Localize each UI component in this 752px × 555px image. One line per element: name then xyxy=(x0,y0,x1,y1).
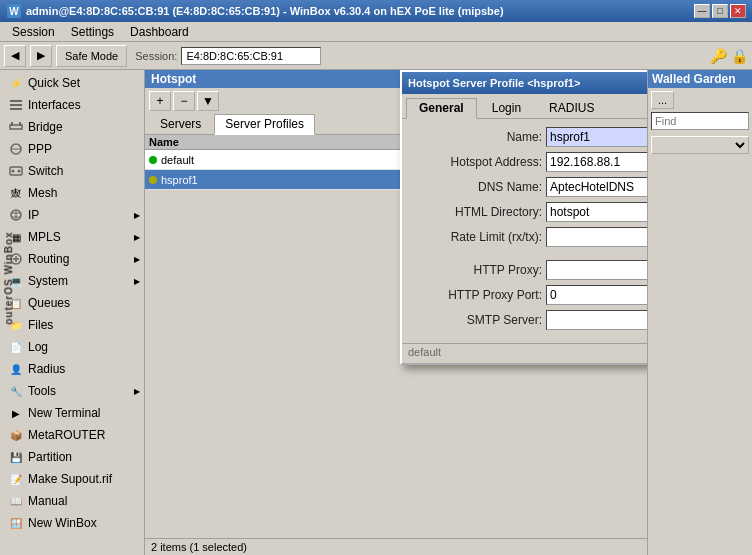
main-layout: ⚡ Quick Set Interfaces Bridge PPP Swit xyxy=(0,70,752,555)
sidebar-item-ppp[interactable]: PPP xyxy=(0,138,144,160)
sidebar-arrow: ▶ xyxy=(134,255,140,264)
sidebar-item-partition[interactable]: 💾 Partition xyxy=(0,446,144,468)
sidebar-item-label: Quick Set xyxy=(28,76,80,90)
find-input[interactable] xyxy=(655,115,745,127)
ppp-icon xyxy=(8,141,24,157)
forward-button[interactable]: ▶ xyxy=(30,45,52,67)
sidebar-item-routing[interactable]: Routing ▶ xyxy=(0,248,144,270)
dialog-title-text: Hotspot Server Profile <hsprof1> xyxy=(408,77,580,89)
mesh-icon: 🕸 xyxy=(8,185,24,201)
sidebar: ⚡ Quick Set Interfaces Bridge PPP Swit xyxy=(0,70,145,555)
hotspot-add-button[interactable]: + xyxy=(149,91,171,111)
menu-dashboard[interactable]: Dashboard xyxy=(122,23,197,41)
sidebar-item-ip[interactable]: IP ▶ xyxy=(0,204,144,226)
menu-session[interactable]: Session xyxy=(4,23,63,41)
sidebar-item-label: Make Supout.rif xyxy=(28,472,112,486)
window-controls: — □ ✕ xyxy=(694,4,746,18)
toolbar-right: 🔑 🔒 xyxy=(710,48,748,64)
find-box xyxy=(651,112,749,130)
quick-set-icon: ⚡ xyxy=(8,75,24,91)
close-button[interactable]: ✕ xyxy=(730,4,746,18)
sidebar-item-label: MPLS xyxy=(28,230,61,244)
sidebar-item-log[interactable]: 📄 Log xyxy=(0,336,144,358)
maximize-button[interactable]: □ xyxy=(712,4,728,18)
content-area: Hotspot + − ▼ Servers Server Profiles Na… xyxy=(145,70,752,555)
sidebar-item-new-terminal[interactable]: ▶ New Terminal xyxy=(0,402,144,424)
dns-name-label: DNS Name: xyxy=(412,180,542,194)
sidebar-item-label: Log xyxy=(28,340,48,354)
row-name: hsprof1 xyxy=(161,174,198,186)
row-name: default xyxy=(161,154,194,166)
terminal-icon: ▶ xyxy=(8,405,24,421)
ip-icon xyxy=(8,207,24,223)
sidebar-item-label: Routing xyxy=(28,252,69,266)
sidebar-item-label: Mesh xyxy=(28,186,57,200)
tab-server-profiles[interactable]: Server Profiles xyxy=(214,114,315,135)
session-input[interactable] xyxy=(181,47,321,65)
hotspot-filter-button[interactable]: ▼ xyxy=(197,91,219,111)
sidebar-item-queues[interactable]: 📋 Queues xyxy=(0,292,144,314)
sidebar-item-switch[interactable]: Switch xyxy=(0,160,144,182)
sidebar-item-mesh[interactable]: 🕸 Mesh xyxy=(0,182,144,204)
walled-garden-more-button[interactable]: ... xyxy=(651,91,674,109)
new-winbox-icon: 🪟 xyxy=(8,515,24,531)
tab-servers[interactable]: Servers xyxy=(149,114,212,134)
safe-mode-button[interactable]: Safe Mode xyxy=(56,45,127,67)
hotspot-remove-button[interactable]: − xyxy=(173,91,195,111)
tab-login[interactable]: Login xyxy=(479,98,534,118)
sidebar-arrow: ▶ xyxy=(134,233,140,242)
sidebar-item-label: IP xyxy=(28,208,39,222)
back-button[interactable]: ◀ xyxy=(4,45,26,67)
sidebar-item-mpls[interactable]: ▦ MPLS ▶ xyxy=(0,226,144,248)
smtp-server-label: SMTP Server: xyxy=(412,313,542,327)
bridge-icon xyxy=(8,119,24,135)
rate-limit-label: Rate Limit (rx/tx): xyxy=(412,230,542,244)
svg-rect-3 xyxy=(10,104,22,106)
svg-rect-2 xyxy=(10,100,22,102)
walled-garden-panel: Walled Garden ... xyxy=(647,70,752,555)
sidebar-item-new-winbox[interactable]: 🪟 New WinBox xyxy=(0,512,144,534)
title-bar-left: W admin@E4:8D:8C:65:CB:91 (E4:8D:8C:65:C… xyxy=(6,3,504,19)
tab-radius[interactable]: RADIUS xyxy=(536,98,607,118)
sidebar-item-label: Switch xyxy=(28,164,63,178)
sidebar-item-manual[interactable]: 📖 Manual xyxy=(0,490,144,512)
menu-settings[interactable]: Settings xyxy=(63,23,122,41)
menu-bar: Session Settings Dashboard xyxy=(0,22,752,42)
sidebar-item-label: New Terminal xyxy=(28,406,100,420)
sidebar-item-quick-set[interactable]: ⚡ Quick Set xyxy=(0,72,144,94)
svg-point-11 xyxy=(12,170,15,173)
svg-rect-4 xyxy=(10,108,22,110)
name-label: Name: xyxy=(412,130,542,144)
sidebar-item-label: Manual xyxy=(28,494,67,508)
hotspot-address-label: Hotspot Address: xyxy=(412,155,542,169)
sidebar-item-label: PPP xyxy=(28,142,52,156)
sidebar-item-label: System xyxy=(28,274,68,288)
tab-general[interactable]: General xyxy=(406,98,477,119)
sidebar-item-label: Files xyxy=(28,318,53,332)
sidebar-item-label: Partition xyxy=(28,450,72,464)
walled-garden-select[interactable] xyxy=(651,136,749,154)
sidebar-item-label: Interfaces xyxy=(28,98,81,112)
sidebar-item-make-supout[interactable]: 📝 Make Supout.rif xyxy=(0,468,144,490)
sidebar-item-label: New WinBox xyxy=(28,516,97,530)
meta-router-icon: 📦 xyxy=(8,427,24,443)
sidebar-item-label: Bridge xyxy=(28,120,63,134)
sidebar-item-label: Queues xyxy=(28,296,70,310)
sidebar-item-bridge[interactable]: Bridge xyxy=(0,116,144,138)
tools-icon: 🔧 xyxy=(8,383,24,399)
sidebar-item-tools[interactable]: 🔧 Tools ▶ xyxy=(0,380,144,402)
sidebar-item-meta-router[interactable]: 📦 MetaROUTER xyxy=(0,424,144,446)
sidebar-item-files[interactable]: 📁 Files xyxy=(0,314,144,336)
svg-rect-7 xyxy=(19,122,21,126)
sidebar-arrow: ▶ xyxy=(134,387,140,396)
status-indicator xyxy=(149,176,157,184)
sidebar-item-interfaces[interactable]: Interfaces xyxy=(0,94,144,116)
sidebar-item-system[interactable]: 💻 System ▶ xyxy=(0,270,144,292)
sidebar-item-radius[interactable]: 👤 Radius xyxy=(0,358,144,380)
svg-point-12 xyxy=(18,170,21,173)
svg-rect-6 xyxy=(11,122,13,126)
partition-icon: 💾 xyxy=(8,449,24,465)
lock-icon: 🔒 xyxy=(731,48,748,64)
minimize-button[interactable]: — xyxy=(694,4,710,18)
window-title: admin@E4:8D:8C:65:CB:91 (E4:8D:8C:65:CB:… xyxy=(26,5,504,17)
